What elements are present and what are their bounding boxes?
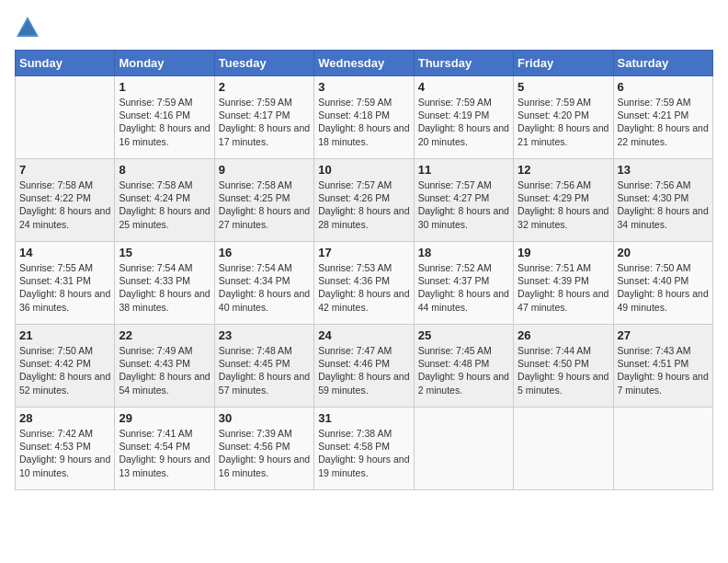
day-number: 23 — [219, 328, 310, 342]
calendar-cell: 29Sunrise: 7:41 AMSunset: 4:54 PMDayligh… — [115, 408, 214, 490]
day-number: 3 — [318, 80, 409, 94]
logo-icon — [15, 15, 40, 40]
day-info: Sunrise: 7:56 AMSunset: 4:29 PMDaylight:… — [518, 178, 609, 231]
day-info: Sunrise: 7:56 AMSunset: 4:30 PMDaylight:… — [618, 178, 709, 231]
day-number: 29 — [119, 411, 210, 425]
calendar-cell: 21Sunrise: 7:50 AMSunset: 4:42 PMDayligh… — [16, 325, 115, 408]
calendar-cell: 7Sunrise: 7:58 AMSunset: 4:22 PMDaylight… — [16, 159, 115, 242]
day-info: Sunrise: 7:43 AMSunset: 4:51 PMDaylight:… — [618, 344, 709, 396]
calendar-week-row: 21Sunrise: 7:50 AMSunset: 4:42 PMDayligh… — [16, 325, 713, 408]
calendar-cell: 13Sunrise: 7:56 AMSunset: 4:30 PMDayligh… — [613, 159, 712, 242]
calendar-cell: 24Sunrise: 7:47 AMSunset: 4:46 PMDayligh… — [314, 325, 414, 408]
calendar-cell: 18Sunrise: 7:52 AMSunset: 4:37 PMDayligh… — [414, 242, 513, 325]
calendar-cell: 30Sunrise: 7:39 AMSunset: 4:56 PMDayligh… — [214, 408, 313, 490]
calendar-cell: 26Sunrise: 7:44 AMSunset: 4:50 PMDayligh… — [514, 325, 613, 408]
calendar-cell: 27Sunrise: 7:43 AMSunset: 4:51 PMDayligh… — [613, 325, 712, 408]
day-number: 4 — [418, 80, 509, 94]
day-number: 11 — [418, 163, 509, 177]
day-info: Sunrise: 7:58 AMSunset: 4:22 PMDaylight:… — [19, 178, 110, 231]
calendar-cell: 19Sunrise: 7:51 AMSunset: 4:39 PMDayligh… — [514, 242, 613, 325]
calendar-week-row: 1Sunrise: 7:59 AMSunset: 4:16 PMDaylight… — [16, 76, 713, 159]
day-number: 24 — [318, 328, 409, 342]
calendar-header-row: SundayMondayTuesdayWednesdayThursdayFrid… — [16, 51, 713, 76]
day-number: 20 — [618, 246, 709, 259]
calendar-cell: 2Sunrise: 7:59 AMSunset: 4:17 PMDaylight… — [214, 76, 313, 159]
col-header-tuesday: Tuesday — [214, 51, 313, 76]
day-number: 5 — [518, 80, 609, 94]
calendar-cell: 10Sunrise: 7:57 AMSunset: 4:26 PMDayligh… — [314, 159, 414, 242]
day-info: Sunrise: 7:59 AMSunset: 4:19 PMDaylight:… — [418, 96, 509, 148]
day-number: 17 — [318, 246, 409, 259]
calendar-cell — [514, 408, 613, 490]
calendar-cell: 20Sunrise: 7:50 AMSunset: 4:40 PMDayligh… — [613, 242, 712, 325]
calendar-cell: 6Sunrise: 7:59 AMSunset: 4:21 PMDaylight… — [613, 76, 712, 159]
day-info: Sunrise: 7:57 AMSunset: 4:26 PMDaylight:… — [318, 178, 409, 231]
calendar-cell: 14Sunrise: 7:55 AMSunset: 4:31 PMDayligh… — [16, 242, 115, 325]
day-number: 14 — [19, 246, 110, 259]
col-header-thursday: Thursday — [414, 51, 513, 76]
calendar-cell: 16Sunrise: 7:54 AMSunset: 4:34 PMDayligh… — [214, 242, 313, 325]
day-number: 8 — [119, 163, 210, 177]
day-number: 16 — [219, 246, 310, 259]
day-info: Sunrise: 7:47 AMSunset: 4:46 PMDaylight:… — [318, 344, 409, 396]
day-number: 28 — [19, 411, 110, 425]
calendar-cell: 11Sunrise: 7:57 AMSunset: 4:27 PMDayligh… — [414, 159, 513, 242]
calendar-cell: 17Sunrise: 7:53 AMSunset: 4:36 PMDayligh… — [314, 242, 414, 325]
calendar-cell: 8Sunrise: 7:58 AMSunset: 4:24 PMDaylight… — [115, 159, 214, 242]
day-info: Sunrise: 7:58 AMSunset: 4:25 PMDaylight:… — [219, 178, 310, 231]
col-header-wednesday: Wednesday — [314, 51, 414, 76]
day-number: 10 — [318, 163, 409, 177]
header — [15, 15, 713, 40]
day-info: Sunrise: 7:51 AMSunset: 4:39 PMDaylight:… — [518, 261, 609, 314]
calendar-cell — [16, 76, 115, 159]
day-number: 7 — [19, 163, 110, 177]
day-number: 2 — [219, 80, 310, 94]
day-info: Sunrise: 7:44 AMSunset: 4:50 PMDaylight:… — [518, 344, 609, 396]
day-number: 27 — [618, 328, 709, 342]
day-info: Sunrise: 7:41 AMSunset: 4:54 PMDaylight:… — [119, 427, 210, 479]
day-info: Sunrise: 7:58 AMSunset: 4:24 PMDaylight:… — [119, 178, 210, 231]
calendar-cell: 9Sunrise: 7:58 AMSunset: 4:25 PMDaylight… — [214, 159, 313, 242]
day-number: 13 — [618, 163, 709, 177]
calendar-cell: 1Sunrise: 7:59 AMSunset: 4:16 PMDaylight… — [115, 76, 214, 159]
calendar-cell: 28Sunrise: 7:42 AMSunset: 4:53 PMDayligh… — [16, 408, 115, 490]
col-header-saturday: Saturday — [613, 51, 712, 76]
day-number: 15 — [119, 246, 210, 259]
day-info: Sunrise: 7:55 AMSunset: 4:31 PMDaylight:… — [19, 261, 110, 314]
calendar-cell: 12Sunrise: 7:56 AMSunset: 4:29 PMDayligh… — [514, 159, 613, 242]
calendar-week-row: 28Sunrise: 7:42 AMSunset: 4:53 PMDayligh… — [16, 408, 713, 490]
logo — [15, 15, 42, 40]
calendar-cell — [613, 408, 712, 490]
day-info: Sunrise: 7:59 AMSunset: 4:17 PMDaylight:… — [219, 96, 310, 148]
calendar-table: SundayMondayTuesdayWednesdayThursdayFrid… — [15, 50, 713, 490]
day-info: Sunrise: 7:59 AMSunset: 4:21 PMDaylight:… — [618, 96, 709, 148]
day-number: 30 — [219, 411, 310, 425]
day-info: Sunrise: 7:57 AMSunset: 4:27 PMDaylight:… — [418, 178, 509, 231]
calendar-cell: 4Sunrise: 7:59 AMSunset: 4:19 PMDaylight… — [414, 76, 513, 159]
day-number: 12 — [518, 163, 609, 177]
day-number: 18 — [418, 246, 509, 259]
day-info: Sunrise: 7:45 AMSunset: 4:48 PMDaylight:… — [418, 344, 509, 396]
day-number: 31 — [318, 411, 409, 425]
day-number: 1 — [119, 80, 210, 94]
day-number: 6 — [618, 80, 709, 94]
day-info: Sunrise: 7:50 AMSunset: 4:42 PMDaylight:… — [19, 344, 110, 396]
day-info: Sunrise: 7:39 AMSunset: 4:56 PMDaylight:… — [219, 427, 310, 479]
svg-marker-1 — [18, 20, 37, 35]
col-header-monday: Monday — [115, 51, 214, 76]
day-info: Sunrise: 7:54 AMSunset: 4:33 PMDaylight:… — [119, 261, 210, 314]
day-number: 25 — [418, 328, 509, 342]
day-number: 26 — [518, 328, 609, 342]
day-number: 22 — [119, 328, 210, 342]
calendar-cell — [414, 408, 513, 490]
calendar-cell: 3Sunrise: 7:59 AMSunset: 4:18 PMDaylight… — [314, 76, 414, 159]
calendar-cell: 31Sunrise: 7:38 AMSunset: 4:58 PMDayligh… — [314, 408, 414, 490]
day-info: Sunrise: 7:52 AMSunset: 4:37 PMDaylight:… — [418, 261, 509, 314]
day-info: Sunrise: 7:53 AMSunset: 4:36 PMDaylight:… — [318, 261, 409, 314]
calendar-cell: 15Sunrise: 7:54 AMSunset: 4:33 PMDayligh… — [115, 242, 214, 325]
day-info: Sunrise: 7:59 AMSunset: 4:16 PMDaylight:… — [119, 96, 210, 148]
day-info: Sunrise: 7:49 AMSunset: 4:43 PMDaylight:… — [119, 344, 210, 396]
day-info: Sunrise: 7:59 AMSunset: 4:18 PMDaylight:… — [318, 96, 409, 148]
day-info: Sunrise: 7:42 AMSunset: 4:53 PMDaylight:… — [19, 427, 110, 479]
col-header-sunday: Sunday — [16, 51, 115, 76]
